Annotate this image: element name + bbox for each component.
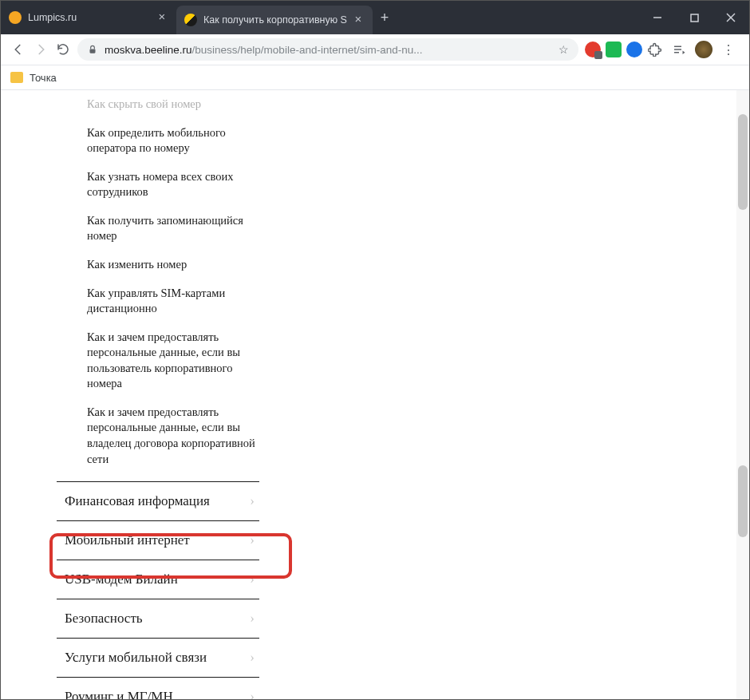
category-label: Финансовая информация <box>65 493 210 509</box>
extension-icon[interactable] <box>606 42 622 57</box>
category-label: Безопасность <box>65 611 143 627</box>
extension-icon[interactable] <box>626 42 642 57</box>
back-button[interactable] <box>7 38 30 61</box>
toolbar: moskva.beeline.ru /business/help/mobile-… <box>1 34 749 65</box>
category-label: USB-модем Билайн <box>65 571 178 587</box>
favicon-beeline <box>184 14 197 26</box>
bookmarks-bar: Точка <box>1 65 749 90</box>
scrollbar-track[interactable] <box>736 90 749 700</box>
browser-window: Lumpics.ru × Как получить корпоративную … <box>0 0 750 700</box>
close-window-button[interactable] <box>712 1 749 34</box>
help-sublink[interactable]: Как узнать номера всех своих сотрудников <box>87 163 259 207</box>
close-tab-icon[interactable]: × <box>156 11 168 24</box>
help-sublink[interactable]: Как скрыть свой номер <box>87 90 259 119</box>
lock-icon <box>87 44 98 55</box>
help-sublink[interactable]: Как управлять SIM-картами дистанционно <box>87 279 259 323</box>
reload-button[interactable] <box>52 38 74 61</box>
bookmark-star-icon[interactable]: ☆ <box>559 43 569 56</box>
minimize-button[interactable] <box>639 1 676 34</box>
category-label: Роуминг и МГ/МН <box>65 689 173 700</box>
help-sublink[interactable]: Как изменить номер <box>87 251 259 279</box>
svg-rect-1 <box>691 14 698 22</box>
folder-icon <box>10 72 23 83</box>
bookmark-folder-label[interactable]: Точка <box>30 72 57 84</box>
category-item[interactable]: Безопасность› <box>57 599 259 638</box>
address-bar[interactable]: moskva.beeline.ru /business/help/mobile-… <box>77 38 578 61</box>
extension-icon[interactable] <box>585 42 601 57</box>
chevron-right-icon: › <box>250 611 255 627</box>
kebab-menu-icon[interactable]: ⋮ <box>717 38 740 61</box>
help-sublink[interactable]: Как получить запоминающийся номер <box>87 207 259 251</box>
expanded-sublinks: Как скрыть свой номер Как определить моб… <box>57 90 259 481</box>
page-content: Как скрыть свой номер Как определить моб… <box>1 90 749 700</box>
url-path: /business/help/mobile-and-internet/sim-a… <box>192 44 423 56</box>
tab-lumpics[interactable]: Lumpics.ru × <box>1 1 176 34</box>
help-sublink[interactable]: Как и зачем предоставлять персональные д… <box>87 398 259 473</box>
category-item[interactable]: Финансовая информация› <box>57 481 259 520</box>
chevron-right-icon: › <box>250 650 255 666</box>
scrollbar-thumb[interactable] <box>738 114 748 210</box>
favicon-lumpics <box>9 11 22 24</box>
svg-rect-4 <box>90 49 96 53</box>
tab-beeline[interactable]: Как получить корпоративную S × <box>176 6 373 34</box>
help-sublink[interactable]: Как определить мобильного оператора по н… <box>87 119 259 163</box>
close-tab-icon[interactable]: × <box>352 14 365 26</box>
category-item[interactable]: Мобильный интернет› <box>57 520 259 560</box>
extensions-button[interactable] <box>647 42 663 57</box>
help-sublink[interactable]: Как и зачем предоставлять персональные д… <box>87 323 259 398</box>
tab-strip: Lumpics.ru × Как получить корпоративную … <box>1 1 749 34</box>
extension-area: ⋮ <box>582 38 743 61</box>
maximize-button[interactable] <box>676 1 712 34</box>
window-controls <box>639 1 749 34</box>
forward-button[interactable] <box>30 38 52 61</box>
new-tab-button[interactable]: + <box>373 1 397 34</box>
profile-avatar[interactable] <box>695 41 712 58</box>
tab-title: Lumpics.ru <box>28 12 151 23</box>
category-label: Услуги мобильной связи <box>65 650 207 666</box>
category-item[interactable]: USB-модем Билайн› <box>57 560 259 599</box>
tab-title: Как получить корпоративную S <box>203 14 347 26</box>
category-label: Мобильный интернет <box>65 532 190 548</box>
media-control-icon[interactable] <box>668 38 690 61</box>
scrollbar-thumb[interactable] <box>738 465 748 537</box>
chevron-right-icon: › <box>250 689 255 700</box>
chevron-right-icon: › <box>250 532 255 548</box>
category-item[interactable]: Роуминг и МГ/МН› <box>57 677 259 700</box>
url-host: moskva.beeline.ru <box>105 44 192 56</box>
help-sidebar: Как скрыть свой номер Как определить моб… <box>1 90 272 700</box>
chevron-right-icon: › <box>250 493 255 509</box>
chevron-right-icon: › <box>250 571 255 587</box>
category-item[interactable]: Услуги мобильной связи› <box>57 638 259 677</box>
